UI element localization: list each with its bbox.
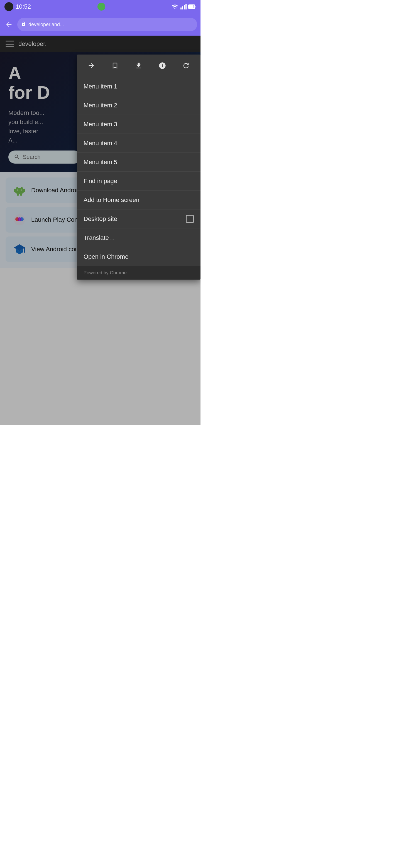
- menu-item-4[interactable]: Menu item 4: [77, 134, 200, 153]
- svg-rect-3: [185, 4, 187, 9]
- wifi-icon: [172, 3, 178, 10]
- bookmark-button[interactable]: [108, 58, 122, 73]
- svg-rect-5: [195, 6, 196, 7]
- find-in-page-label: Find in page: [84, 178, 117, 185]
- desktop-site-checkbox[interactable]: [186, 215, 194, 223]
- desktop-site-label: Desktop site: [84, 215, 117, 223]
- menu-item-4-label: Menu item 4: [84, 140, 117, 147]
- menu-item-5-label: Menu item 5: [84, 159, 117, 166]
- find-in-page-item[interactable]: Find in page: [77, 172, 200, 191]
- download-button[interactable]: [132, 58, 146, 73]
- status-time: 10:52: [16, 3, 31, 10]
- add-to-home-label: Add to Home screen: [84, 196, 140, 204]
- menu-icon-row: [77, 55, 200, 77]
- menu-item-3-label: Menu item 3: [84, 121, 117, 128]
- menu-item-2[interactable]: Menu item 2: [77, 96, 200, 115]
- svg-rect-2: [184, 5, 185, 9]
- menu-item-1[interactable]: Menu item 1: [77, 77, 200, 96]
- open-in-chrome-label: Open in Chrome: [84, 253, 128, 260]
- status-bar-left: 10:52: [4, 2, 31, 11]
- download-icon: [135, 62, 143, 69]
- address-bar[interactable]: developer.and...: [17, 18, 197, 31]
- refresh-button[interactable]: [179, 58, 193, 73]
- notification-dot: [97, 3, 105, 10]
- desktop-site-item[interactable]: Desktop site: [77, 210, 200, 228]
- svg-rect-0: [180, 7, 181, 9]
- forward-icon: [87, 62, 95, 69]
- status-center: [97, 3, 105, 10]
- info-button[interactable]: [155, 58, 170, 73]
- bookmark-icon: [111, 62, 119, 69]
- dropdown-menu: Menu item 1 Menu item 2 Menu item 3 Menu…: [77, 55, 200, 280]
- status-bar: 10:52: [0, 0, 200, 13]
- menu-item-2-label: Menu item 2: [84, 102, 117, 109]
- signal-icon: [180, 3, 187, 10]
- menu-item-1-label: Menu item 1: [84, 83, 117, 90]
- menu-item-5[interactable]: Menu item 5: [77, 153, 200, 172]
- add-to-home-item[interactable]: Add to Home screen: [77, 191, 200, 210]
- info-icon: [159, 62, 166, 69]
- translate-label: Translate…: [84, 234, 115, 242]
- back-button[interactable]: [3, 19, 15, 30]
- svg-rect-6: [189, 5, 194, 8]
- translate-item[interactable]: Translate…: [77, 228, 200, 247]
- svg-rect-1: [182, 6, 183, 9]
- main-content: developer. A for D Modern too... you bui…: [0, 36, 200, 268]
- browser-toolbar: developer.and...: [0, 13, 200, 36]
- address-text: developer.and...: [28, 22, 64, 28]
- lock-icon: [21, 22, 26, 28]
- powered-by-section: Powered by Chrome: [77, 266, 200, 280]
- status-icons: [172, 3, 196, 10]
- battery-icon: [188, 3, 196, 10]
- refresh-icon: [182, 62, 190, 69]
- open-in-chrome-item[interactable]: Open in Chrome: [77, 247, 200, 266]
- menu-item-3[interactable]: Menu item 3: [77, 115, 200, 134]
- powered-by-text: Powered by Chrome: [84, 270, 127, 275]
- status-circle: [4, 2, 13, 11]
- forward-button[interactable]: [84, 58, 98, 73]
